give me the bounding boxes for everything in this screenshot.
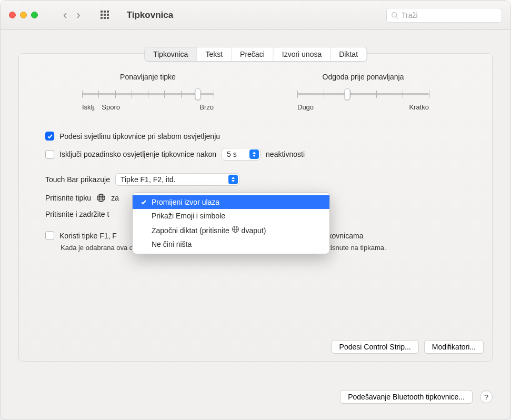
modifiers-button[interactable]: Modifikatori... (424, 340, 484, 354)
nav-back-forward: ‹ › (60, 8, 84, 22)
titlebar: ‹ › Tipkovnica Traži (1, 1, 510, 30)
press-globe-label-post: za (111, 194, 119, 202)
key-repeat-thumb[interactable] (195, 88, 201, 100)
touch-bar-label: Touch Bar prikazuje (45, 175, 110, 184)
back-button[interactable]: ‹ (60, 8, 70, 22)
stepper-icon (228, 175, 238, 184)
dropdown-item-nothing[interactable]: Ne čini ništa (133, 237, 329, 251)
globe-icon (96, 193, 106, 203)
window-controls (9, 12, 38, 18)
preferences-window: ‹ › Tipkovnica Traži Tipkovnica Tekst Pr… (0, 0, 511, 420)
use-f-keys-checkbox[interactable] (45, 231, 54, 240)
delay-thumb[interactable] (345, 88, 350, 100)
backlight-timeout-select[interactable]: 5 s (222, 148, 260, 161)
tab-bar: Tipkovnica Tekst Prečaci Izvori unosa Di… (144, 47, 367, 62)
backlight-off-label-post: neaktivnosti (266, 150, 305, 158)
sliders-row: Ponavljanje tipke Isklj. Sporo Brzo (82, 73, 429, 111)
press-hold-label: Pritisnite i zadržite t (45, 210, 109, 218)
touch-bar-select[interactable]: Tipke F1, F2, itd. (115, 173, 239, 186)
dropdown-item-emoji[interactable]: Prikaži Emoji i simbole (133, 209, 329, 223)
backlight-off-row: Isključi pozadinsko osvjetljenje tipkovn… (45, 148, 466, 161)
show-all-icon[interactable] (101, 11, 110, 20)
globe-action-dropdown[interactable]: Promijeni izvor ulaza Prikaži Emoji i si… (132, 192, 330, 254)
key-repeat-label: Ponavljanje tipke (82, 73, 214, 81)
panel-buttons: Podesi Control Strip... Modifikatori... (332, 340, 484, 354)
bluetooth-keyboard-button[interactable]: Podešavanje Bluetooth tipkovnice... (340, 390, 473, 404)
stepper-icon (249, 149, 259, 159)
adjust-brightness-row: Podesi svjetlinu tipkovnice pri slabom o… (45, 132, 466, 141)
touch-bar-row: Touch Bar prikazuje Tipke F1, F2, itd. (45, 173, 466, 186)
zoom-icon[interactable] (31, 12, 38, 18)
backlight-off-label-pre: Isključi pozadinsko osvjetljenje tipkovn… (59, 150, 216, 158)
forward-button[interactable]: › (73, 8, 83, 22)
check-icon (140, 199, 147, 205)
window-title: Tipkovnica (127, 10, 174, 21)
svg-point-0 (392, 12, 397, 17)
tab-shortcuts[interactable]: Prečaci (232, 47, 274, 61)
tab-input-sources[interactable]: Izvori unosa (274, 47, 330, 61)
key-repeat-slider-group: Ponavljanje tipke Isklj. Sporo Brzo (82, 73, 214, 111)
key-repeat-slider[interactable] (82, 88, 214, 99)
adjust-brightness-label: Podesi svjetlinu tipkovnice pri slabom o… (59, 132, 220, 141)
tab-keyboard[interactable]: Tipkovnica (145, 47, 197, 61)
delay-label: Odgoda prije ponavljanja (297, 73, 429, 81)
search-placeholder: Traži (402, 11, 418, 19)
help-button[interactable]: ? (480, 391, 493, 403)
press-globe-label-pre: Pritisnite tipku (45, 194, 91, 202)
adjust-brightness-checkbox[interactable] (45, 132, 54, 141)
backlight-off-checkbox[interactable] (45, 150, 54, 159)
content-area: Tipkovnica Tekst Prečaci Izvori unosa Di… (1, 30, 510, 419)
delay-slider[interactable] (297, 88, 429, 99)
delay-slider-group: Odgoda prije ponavljanja Dugo Kratko (297, 73, 429, 111)
dropdown-item-change-input[interactable]: Promijeni izvor ulaza (133, 195, 329, 209)
tab-dictation[interactable]: Diktat (330, 47, 366, 61)
minimize-icon[interactable] (20, 12, 27, 18)
close-icon[interactable] (9, 12, 16, 18)
search-icon (391, 12, 398, 19)
control-strip-button[interactable]: Podesi Control Strip... (332, 340, 419, 354)
dropdown-item-dictation[interactable]: Započni diktat (pritisnite dvaput) (133, 223, 329, 237)
search-input[interactable]: Traži (386, 8, 502, 23)
tab-text[interactable]: Tekst (197, 47, 232, 61)
svg-line-1 (396, 16, 398, 18)
use-f-keys-label-left: Koristi tipke F1, F (59, 232, 117, 240)
globe-icon (232, 226, 239, 235)
bottom-row: Podešavanje Bluetooth tipkovnice... ? (340, 390, 493, 404)
